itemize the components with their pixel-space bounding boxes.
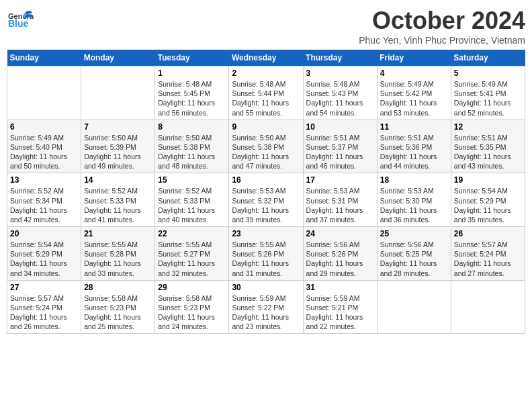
day-number: 10 — [306, 122, 374, 132]
logo-icon: General Blue — [7, 7, 34, 34]
day-detail: Sunrise: 5:54 AM Sunset: 5:29 PM Dayligh… — [10, 240, 78, 278]
day-number: 27 — [10, 283, 78, 292]
month-title: October 2024 — [359, 7, 525, 35]
weekday-header-tuesday: Tuesday — [155, 50, 229, 66]
day-number: 22 — [158, 229, 226, 238]
day-detail: Sunrise: 5:51 AM Sunset: 5:36 PM Dayligh… — [380, 133, 448, 171]
day-detail: Sunrise: 5:55 AM Sunset: 5:28 PM Dayligh… — [84, 240, 152, 278]
day-detail: Sunrise: 5:56 AM Sunset: 5:26 PM Dayligh… — [306, 240, 374, 278]
calendar-cell: 4Sunrise: 5:49 AM Sunset: 5:42 PM Daylig… — [377, 66, 451, 120]
day-detail: Sunrise: 5:57 AM Sunset: 5:24 PM Dayligh… — [454, 240, 522, 278]
day-detail: Sunrise: 5:51 AM Sunset: 5:37 PM Dayligh… — [306, 133, 374, 171]
day-detail: Sunrise: 5:53 AM Sunset: 5:31 PM Dayligh… — [306, 186, 374, 224]
day-detail: Sunrise: 5:56 AM Sunset: 5:25 PM Dayligh… — [380, 240, 448, 278]
calendar-cell: 27Sunrise: 5:57 AM Sunset: 5:24 PM Dayli… — [7, 280, 81, 334]
day-detail: Sunrise: 5:55 AM Sunset: 5:27 PM Dayligh… — [158, 240, 226, 278]
day-detail: Sunrise: 5:48 AM Sunset: 5:44 PM Dayligh… — [232, 79, 300, 118]
day-number: 5 — [454, 68, 522, 78]
day-number: 19 — [454, 175, 522, 185]
calendar-cell: 25Sunrise: 5:56 AM Sunset: 5:25 PM Dayli… — [377, 227, 451, 281]
day-detail: Sunrise: 5:48 AM Sunset: 5:45 PM Dayligh… — [158, 79, 226, 118]
day-number: 16 — [232, 175, 300, 185]
day-number: 18 — [380, 175, 448, 185]
day-detail: Sunrise: 5:59 AM Sunset: 5:22 PM Dayligh… — [232, 293, 300, 332]
day-detail: Sunrise: 5:52 AM Sunset: 5:34 PM Dayligh… — [10, 186, 78, 224]
weekday-header-saturday: Saturday — [451, 50, 525, 66]
day-number: 12 — [454, 122, 522, 132]
calendar-cell: 28Sunrise: 5:58 AM Sunset: 5:23 PM Dayli… — [81, 280, 155, 334]
calendar-cell: 26Sunrise: 5:57 AM Sunset: 5:24 PM Dayli… — [451, 227, 525, 281]
calendar-week-5: 27Sunrise: 5:57 AM Sunset: 5:24 PM Dayli… — [7, 280, 525, 334]
day-number: 2 — [232, 68, 300, 78]
calendar-cell: 29Sunrise: 5:58 AM Sunset: 5:23 PM Dayli… — [155, 280, 229, 334]
weekday-header-monday: Monday — [81, 50, 155, 66]
day-detail: Sunrise: 5:49 AM Sunset: 5:40 PM Dayligh… — [10, 133, 78, 171]
calendar-week-4: 20Sunrise: 5:54 AM Sunset: 5:29 PM Dayli… — [7, 227, 525, 281]
calendar-cell: 23Sunrise: 5:55 AM Sunset: 5:26 PM Dayli… — [229, 227, 303, 281]
day-number: 7 — [84, 122, 152, 132]
day-number: 23 — [232, 229, 300, 238]
day-detail: Sunrise: 5:57 AM Sunset: 5:24 PM Dayligh… — [10, 293, 78, 332]
calendar-cell: 22Sunrise: 5:55 AM Sunset: 5:27 PM Dayli… — [155, 227, 229, 281]
day-number: 25 — [380, 229, 448, 238]
svg-text:Blue: Blue — [8, 18, 29, 29]
day-detail: Sunrise: 5:51 AM Sunset: 5:35 PM Dayligh… — [454, 133, 522, 171]
weekday-header-wednesday: Wednesday — [229, 50, 303, 66]
day-number: 30 — [232, 283, 300, 292]
calendar-cell: 20Sunrise: 5:54 AM Sunset: 5:29 PM Dayli… — [7, 227, 81, 281]
calendar-cell: 1Sunrise: 5:48 AM Sunset: 5:45 PM Daylig… — [155, 66, 229, 120]
day-number: 8 — [158, 122, 226, 132]
calendar-cell: 30Sunrise: 5:59 AM Sunset: 5:22 PM Dayli… — [229, 280, 303, 334]
calendar-cell: 15Sunrise: 5:52 AM Sunset: 5:33 PM Dayli… — [155, 173, 229, 227]
weekday-header-sunday: Sunday — [7, 50, 81, 66]
calendar-cell: 3Sunrise: 5:48 AM Sunset: 5:43 PM Daylig… — [303, 66, 377, 120]
location: Phuc Yen, Vinh Phuc Province, Vietnam — [359, 35, 525, 46]
day-detail: Sunrise: 5:58 AM Sunset: 5:23 PM Dayligh… — [84, 293, 152, 332]
day-number: 24 — [306, 229, 374, 238]
day-number: 14 — [84, 175, 152, 185]
day-number: 26 — [454, 229, 522, 238]
day-number: 3 — [306, 68, 374, 78]
day-detail: Sunrise: 5:55 AM Sunset: 5:26 PM Dayligh… — [232, 240, 300, 278]
weekday-header-row: SundayMondayTuesdayWednesdayThursdayFrid… — [7, 50, 525, 66]
day-detail: Sunrise: 5:58 AM Sunset: 5:23 PM Dayligh… — [158, 293, 226, 332]
day-number: 4 — [380, 68, 448, 78]
day-detail: Sunrise: 5:50 AM Sunset: 5:38 PM Dayligh… — [158, 133, 226, 171]
calendar-cell: 13Sunrise: 5:52 AM Sunset: 5:34 PM Dayli… — [7, 173, 81, 227]
calendar-cell: 10Sunrise: 5:51 AM Sunset: 5:37 PM Dayli… — [303, 120, 377, 173]
day-detail: Sunrise: 5:49 AM Sunset: 5:41 PM Dayligh… — [454, 79, 522, 118]
calendar-cell: 18Sunrise: 5:53 AM Sunset: 5:30 PM Dayli… — [377, 173, 451, 227]
day-number: 1 — [158, 68, 226, 78]
day-number: 6 — [10, 122, 78, 132]
calendar-cell: 19Sunrise: 5:54 AM Sunset: 5:29 PM Dayli… — [451, 173, 525, 227]
calendar-cell: 16Sunrise: 5:53 AM Sunset: 5:32 PM Dayli… — [229, 173, 303, 227]
weekday-header-friday: Friday — [377, 50, 451, 66]
day-detail: Sunrise: 5:53 AM Sunset: 5:32 PM Dayligh… — [232, 186, 300, 224]
calendar-cell — [81, 66, 155, 120]
day-detail: Sunrise: 5:50 AM Sunset: 5:38 PM Dayligh… — [232, 133, 300, 171]
day-number: 15 — [158, 175, 226, 185]
calendar-cell: 5Sunrise: 5:49 AM Sunset: 5:41 PM Daylig… — [451, 66, 525, 120]
calendar-cell: 11Sunrise: 5:51 AM Sunset: 5:36 PM Dayli… — [377, 120, 451, 173]
day-detail: Sunrise: 5:52 AM Sunset: 5:33 PM Dayligh… — [158, 186, 226, 224]
calendar-cell: 12Sunrise: 5:51 AM Sunset: 5:35 PM Dayli… — [451, 120, 525, 173]
day-number: 20 — [10, 229, 78, 238]
calendar-cell: 24Sunrise: 5:56 AM Sunset: 5:26 PM Dayli… — [303, 227, 377, 281]
calendar-cell: 6Sunrise: 5:49 AM Sunset: 5:40 PM Daylig… — [7, 120, 81, 173]
weekday-header-thursday: Thursday — [303, 50, 377, 66]
day-detail: Sunrise: 5:50 AM Sunset: 5:39 PM Dayligh… — [84, 133, 152, 171]
day-number: 28 — [84, 283, 152, 292]
day-number: 9 — [232, 122, 300, 132]
calendar-cell: 14Sunrise: 5:52 AM Sunset: 5:33 PM Dayli… — [81, 173, 155, 227]
calendar-cell: 17Sunrise: 5:53 AM Sunset: 5:31 PM Dayli… — [303, 173, 377, 227]
calendar-cell: 2Sunrise: 5:48 AM Sunset: 5:44 PM Daylig… — [229, 66, 303, 120]
day-detail: Sunrise: 5:52 AM Sunset: 5:33 PM Dayligh… — [84, 186, 152, 224]
day-detail: Sunrise: 5:49 AM Sunset: 5:42 PM Dayligh… — [380, 79, 448, 118]
calendar-cell: 31Sunrise: 5:59 AM Sunset: 5:21 PM Dayli… — [303, 280, 377, 334]
calendar-cell — [7, 66, 81, 120]
calendar-cell — [377, 280, 451, 334]
day-detail: Sunrise: 5:48 AM Sunset: 5:43 PM Dayligh… — [306, 79, 374, 118]
calendar-table: SundayMondayTuesdayWednesdayThursdayFrid… — [7, 50, 525, 334]
day-number: 11 — [380, 122, 448, 132]
calendar-cell: 7Sunrise: 5:50 AM Sunset: 5:39 PM Daylig… — [81, 120, 155, 173]
